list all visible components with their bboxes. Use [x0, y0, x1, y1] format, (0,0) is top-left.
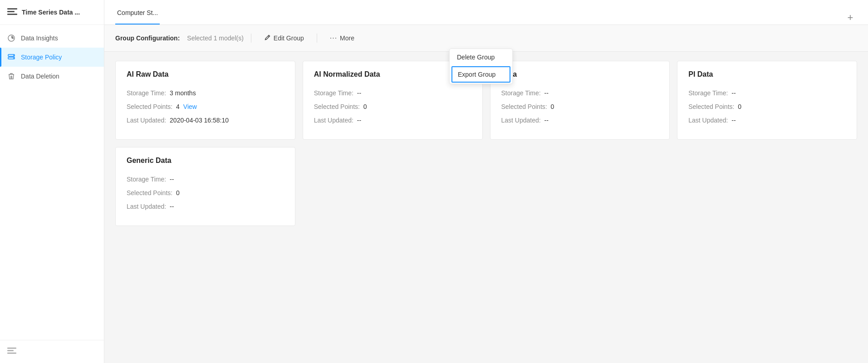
card-title-data: Data [501, 70, 659, 78]
edit-icon [264, 34, 271, 42]
sidebar: Time Series Data ... Data Insights [0, 0, 104, 363]
toolbar-separator-2 [317, 34, 317, 43]
view-link[interactable]: View [183, 103, 197, 110]
card-storage-time-row: Storage Time: -- [688, 89, 846, 97]
card-title-generic: Generic Data [127, 157, 284, 165]
sidebar-item-label-data-insights: Data Insights [21, 34, 58, 42]
card-selected-points-row: Selected Points: 0 [501, 103, 659, 110]
edit-group-label: Edit Group [274, 34, 304, 42]
toolbar: Group Configuration: Selected 1 model(s)… [104, 25, 868, 52]
card-storage-time-row: Storage Time: 3 months [127, 89, 284, 97]
cards-grid-row2: Generic Data Storage Time: -- Selected P… [115, 147, 857, 226]
card-data: Data Storage Time: -- Selected Points: 0… [490, 61, 670, 140]
selected-models-value: Selected 1 model(s) [187, 34, 244, 42]
sidebar-title: Time Series Data ... [22, 9, 80, 16]
sidebar-item-label-data-deletion: Data Deletion [21, 73, 59, 80]
group-config-label: Group Configuration: [115, 34, 180, 42]
sidebar-item-storage-policy[interactable]: Storage Policy [0, 48, 104, 67]
more-icon: ··· [330, 34, 337, 42]
deletion-icon [7, 72, 15, 80]
card-ai-raw-data: AI Raw Data Storage Time: 3 months Selec… [115, 61, 295, 140]
card-last-updated-row: Last Updated: 2020-04-03 16:58:10 [127, 117, 284, 124]
add-tab-button[interactable]: + [843, 11, 857, 25]
sidebar-header: Time Series Data ... [0, 0, 104, 25]
card-storage-time-row: Storage Time: -- [127, 176, 284, 183]
card-last-updated-row: Last Updated: -- [688, 117, 846, 124]
sidebar-item-data-deletion[interactable]: Data Deletion [0, 67, 104, 86]
card-last-updated-row: Last Updated: -- [314, 117, 471, 124]
export-group-item[interactable]: Export Group [451, 66, 510, 83]
chart-icon [7, 34, 15, 42]
tab-computer-st[interactable]: Computer St... [115, 2, 160, 25]
main-content: Computer St... + Group Configuration: Se… [104, 0, 868, 363]
storage-icon [7, 53, 15, 61]
more-label: More [340, 34, 354, 42]
card-selected-points-row: Selected Points: 0 [314, 103, 471, 110]
sidebar-nav: Data Insights Storage Policy Data Delet [0, 25, 104, 340]
svg-point-3 [13, 55, 14, 56]
card-title-ai-normalized: AI Normalized Data [314, 70, 471, 78]
card-last-updated-row: Last Updated: -- [501, 117, 659, 124]
delete-group-item[interactable]: Delete Group [450, 49, 512, 65]
topbar: Computer St... + [104, 0, 868, 25]
edit-group-button[interactable]: Edit Group [259, 31, 309, 45]
card-generic-data: Generic Data Storage Time: -- Selected P… [115, 147, 295, 226]
card-title-pi: PI Data [688, 70, 846, 78]
dropdown-menu: Delete Group Export Group [449, 49, 513, 84]
sidebar-item-label-storage-policy: Storage Policy [21, 54, 62, 61]
card-last-updated-row: Last Updated: -- [127, 203, 284, 210]
sidebar-item-data-insights[interactable]: Data Insights [0, 29, 104, 48]
toolbar-separator [251, 34, 251, 43]
card-selected-points-row: Selected Points: 4 View [127, 103, 284, 110]
card-pi-data: PI Data Storage Time: -- Selected Points… [677, 61, 857, 140]
card-selected-points-row: Selected Points: 0 [127, 189, 284, 196]
footer-icon [7, 348, 97, 356]
card-storage-time-row: Storage Time: -- [314, 89, 471, 97]
card-storage-time-row: Storage Time: -- [501, 89, 659, 97]
sidebar-footer [0, 340, 104, 363]
svg-point-4 [13, 58, 14, 59]
svg-rect-6 [7, 350, 14, 352]
card-selected-points-row: Selected Points: 0 [688, 103, 846, 110]
svg-rect-7 [7, 353, 16, 354]
card-title-ai-raw: AI Raw Data [127, 70, 284, 78]
svg-rect-5 [7, 348, 16, 349]
more-button[interactable]: ··· More [324, 31, 360, 45]
cards-area: AI Raw Data Storage Time: 3 months Selec… [104, 52, 868, 363]
time-series-icon [7, 8, 17, 16]
